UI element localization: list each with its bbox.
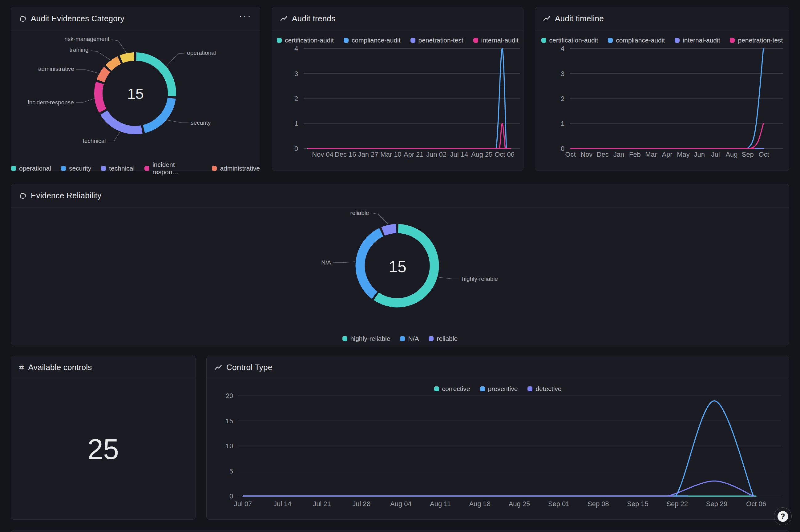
- y-axis-tick-label: 10: [226, 442, 233, 450]
- donut-slice-incident-response[interactable]: [98, 83, 102, 111]
- legend-swatch: [342, 336, 347, 341]
- y-axis-tick-label: 5: [229, 467, 233, 475]
- line-chart[interactable]: 43210Nov 04Dec 16Jan 27Mar 10Apr 21Jun 0…: [272, 7, 523, 171]
- donut-slice-training[interactable]: [109, 60, 119, 68]
- callout-line: [76, 70, 100, 74]
- legend-item-incident-respon…[interactable]: incident-respon…: [145, 161, 202, 176]
- legend-swatch: [400, 336, 405, 341]
- legend-item-technical[interactable]: technical: [101, 165, 135, 172]
- x-axis-tick-label: Oct 06: [746, 500, 766, 508]
- chart-legend: operationalsecuritytechnicalincident-res…: [11, 161, 260, 176]
- x-axis-tick-label: Dec 16: [335, 151, 356, 158]
- legend-label: N/A: [408, 335, 419, 342]
- x-axis-tick-label: Jul: [711, 151, 720, 158]
- callout-line: [166, 53, 185, 67]
- x-axis-tick-label: Aug 11: [430, 500, 451, 508]
- x-axis-tick-label: Sep 15: [627, 500, 648, 508]
- line-chart[interactable]: 20151050Jul 07Jul 14Jul 21Jul 28Aug 04Au…: [207, 356, 789, 519]
- x-axis-tick-label: Jul 14: [273, 500, 291, 508]
- x-axis-tick-label: Jan: [613, 151, 624, 158]
- y-axis-tick-label: 0: [561, 145, 565, 152]
- y-axis-tick-label: 4: [294, 45, 298, 52]
- donut-slice-administrative[interactable]: [100, 70, 107, 81]
- x-axis-tick-label: Sep: [742, 151, 754, 158]
- x-axis-tick-label: Mar 10: [380, 151, 401, 158]
- panel-evidence-reliability: Evidence Reliability reliableN/Ahighly-r…: [11, 184, 789, 345]
- legend-swatch: [428, 336, 434, 341]
- x-axis-tick-label: Sep 08: [588, 500, 609, 508]
- x-axis-tick-label: Jun 02: [426, 151, 446, 158]
- x-axis-tick-label: May: [677, 151, 689, 158]
- series-line-penetration-test[interactable]: [571, 124, 764, 148]
- x-axis-tick-label: Jun: [694, 151, 705, 158]
- callout-label: reliable: [350, 210, 369, 216]
- chart-legend: highly-reliableN/Areliable: [11, 335, 789, 342]
- y-axis-tick-label: 20: [226, 392, 233, 400]
- legend-item-highly-reliable[interactable]: highly-reliable: [342, 335, 391, 342]
- y-axis-tick-label: 3: [294, 70, 298, 78]
- x-axis-tick-label: Oct: [565, 151, 575, 158]
- y-axis-tick-label: 2: [294, 95, 298, 102]
- callout-label: security: [191, 119, 211, 126]
- x-axis-tick-label: Jul 21: [313, 500, 331, 508]
- callout-label: risk-management: [64, 36, 110, 42]
- x-axis-tick-label: Aug 04: [390, 500, 412, 508]
- donut-slice-risk-management[interactable]: [121, 56, 134, 59]
- legend-label: incident-respon…: [152, 161, 202, 176]
- legend-item-reliable[interactable]: reliable: [428, 335, 458, 342]
- panel-available-controls: # Available controls 25: [11, 356, 195, 520]
- help-button[interactable]: ?: [774, 507, 792, 525]
- legend-label: technical: [109, 165, 135, 172]
- callout-line: [91, 51, 112, 61]
- y-axis-tick-label: 2: [561, 95, 565, 102]
- x-axis-tick-label: Sep 01: [548, 500, 569, 508]
- callout-line: [112, 40, 127, 53]
- hash-icon: #: [19, 363, 24, 373]
- y-axis-tick-label: 3: [561, 70, 565, 78]
- x-axis-tick-label: Jan 27: [358, 151, 378, 158]
- legend-label: reliable: [437, 335, 458, 342]
- y-axis-tick-label: 1: [561, 120, 565, 128]
- x-axis-tick-label: Nov: [580, 151, 592, 158]
- legend-item-operational[interactable]: operational: [11, 165, 51, 172]
- legend-item-security[interactable]: security: [61, 165, 91, 172]
- x-axis-tick-label: Sep 22: [666, 500, 688, 508]
- y-axis-tick-label: 4: [561, 45, 565, 52]
- callout-label: N/A: [321, 259, 331, 266]
- donut-slice-security[interactable]: [144, 98, 172, 129]
- donut-slice-N/A[interactable]: [360, 232, 381, 295]
- panel-audit-timeline: Audit timeline certification-auditcompli…: [535, 7, 789, 171]
- x-axis-tick-label: Feb: [629, 151, 641, 158]
- y-axis-tick-label: 0: [229, 492, 233, 500]
- x-axis-tick-label: Jul 14: [450, 151, 468, 158]
- x-axis-tick-label: Jul 28: [352, 500, 370, 508]
- callout-label: training: [70, 46, 89, 53]
- callout-line: [166, 120, 189, 123]
- legend-label: highly-reliable: [350, 335, 391, 342]
- x-axis-tick-label: Nov 04: [312, 151, 333, 158]
- legend-label: operational: [19, 165, 51, 172]
- panel-audit-evidences-category: Audit Evidences Category ··· operational…: [11, 7, 260, 171]
- legend-item-administrative[interactable]: administrative: [212, 165, 260, 172]
- partial-panel: [11, 530, 789, 532]
- x-axis-tick-label: Apr: [662, 151, 672, 158]
- legend-item-N/A[interactable]: N/A: [400, 335, 419, 342]
- legend-swatch: [61, 166, 66, 171]
- legend-swatch: [145, 166, 149, 171]
- legend-swatch: [11, 166, 16, 171]
- donut-slice-technical[interactable]: [104, 113, 142, 130]
- series-line-preventive[interactable]: [243, 401, 754, 496]
- x-axis-tick-label: Mar: [645, 151, 657, 158]
- callout-line: [439, 278, 460, 279]
- series-line-internal-audit[interactable]: [308, 124, 510, 148]
- legend-swatch: [212, 166, 217, 171]
- donut-center-value: 15: [388, 258, 406, 276]
- line-chart[interactable]: 43210OctNovDecJanFebMarAprMayJunJulAugSe…: [535, 7, 789, 171]
- panel-title: Available controls: [28, 363, 92, 372]
- x-axis-tick-label: Aug 25: [509, 500, 530, 508]
- panel-control-type: Control Type correctivepreventivedetecti…: [206, 356, 789, 520]
- panel-audit-trends: Audit trends certification-auditcomplian…: [272, 7, 523, 171]
- y-axis-tick-label: 15: [226, 417, 233, 425]
- donut-slice-reliable[interactable]: [383, 228, 396, 231]
- x-axis-tick-label: Aug 25: [471, 151, 492, 158]
